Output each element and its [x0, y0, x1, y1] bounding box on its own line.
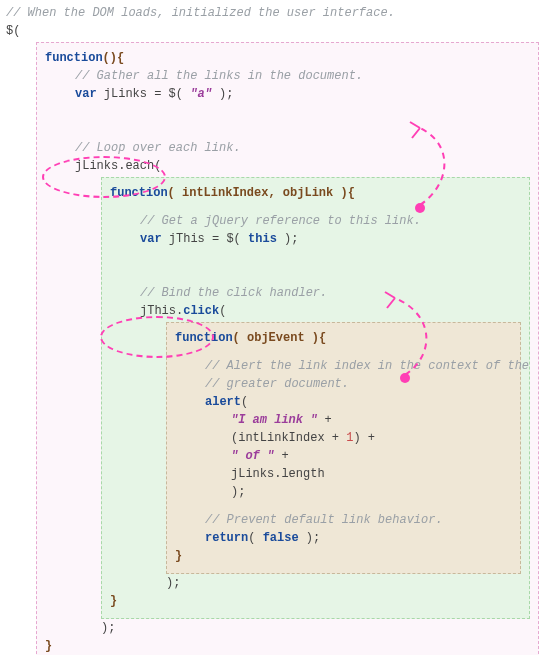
return-keyword: return: [205, 531, 248, 545]
intlinkindex: intLinkIndex +: [238, 431, 346, 445]
jthis-post: );: [277, 232, 299, 246]
click-call-paren: (: [219, 304, 226, 318]
var-keyword-2: var: [140, 232, 162, 246]
each-callback-block: function( intLinkIndex, objLink ){ // Ge…: [101, 177, 530, 619]
alert-close: );: [231, 485, 245, 499]
fn-sig: (){: [103, 51, 125, 65]
click-invoke-close: );: [166, 576, 180, 590]
fn-sig-click: ( objEvent ){: [233, 331, 327, 345]
return-close: );: [299, 531, 321, 545]
return-open: (: [248, 531, 262, 545]
click-callback-block: function( objEvent ){ // Alert the link …: [166, 322, 521, 574]
function-keyword: function: [45, 51, 103, 65]
this-keyword: this: [248, 232, 277, 246]
plus-1: +: [317, 413, 331, 427]
jlinks-length: jLinks.length: [231, 467, 325, 481]
jlinks-decl-post: );: [212, 87, 234, 101]
each-call: jLinks.each(: [75, 159, 161, 173]
string-of: " of ": [231, 449, 274, 463]
outer-function-block: function(){ // Gather all the links in t…: [36, 42, 539, 655]
comment-loop: // Loop over each link.: [75, 141, 241, 155]
jlinks-decl-pre: jLinks = $(: [97, 87, 191, 101]
comment-getref: // Get a jQuery reference to this link.: [140, 214, 421, 228]
click-method: click: [183, 304, 219, 318]
var-keyword: var: [75, 87, 97, 101]
fn-sig-each: ( intLinkIndex, objLink ){: [168, 186, 355, 200]
comment-prevent: // Prevent default link behavior.: [205, 513, 443, 527]
brace-close-click: }: [175, 549, 182, 563]
brace-close-outer: }: [45, 639, 52, 653]
alert-open: (: [241, 395, 248, 409]
function-keyword-each: function: [110, 186, 168, 200]
comment-dom-load: // When the DOM loads, initialized the u…: [6, 6, 395, 20]
each-invoke-close: );: [101, 621, 115, 635]
plus-2: +: [274, 449, 288, 463]
click-call-prefix: jThis.: [140, 304, 183, 318]
comment-gather: // Gather all the links in the document.: [75, 69, 363, 83]
annotation-dot-2: [400, 373, 410, 383]
paren-close-plus: ) +: [353, 431, 375, 445]
comment-alert-1: // Alert the link index in the context o…: [205, 359, 529, 373]
alert-call: alert: [205, 395, 241, 409]
function-keyword-click: function: [175, 331, 233, 345]
string-iamlink: "I am link ": [231, 413, 317, 427]
annotation-dot-1: [415, 203, 425, 213]
brace-close-each: }: [110, 594, 117, 608]
comment-bind: // Bind the click handler.: [140, 286, 327, 300]
comment-alert-2: // greater document.: [205, 377, 349, 391]
string-a: "a": [190, 87, 212, 101]
jquery-invoke: $(: [6, 24, 20, 38]
jthis-pre: jThis = $(: [162, 232, 248, 246]
false-keyword: false: [263, 531, 299, 545]
